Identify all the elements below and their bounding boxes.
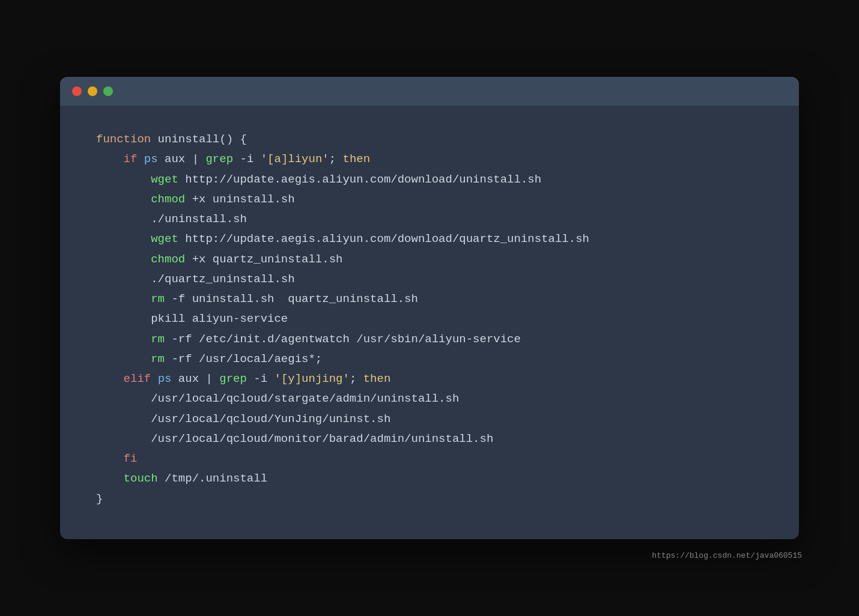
url-text: https://blog.csdn.net/java060515 [652, 551, 802, 560]
code-line-15: /usr/local/qcloud/YunJing/uninst.sh [96, 409, 763, 429]
title-bar [60, 77, 799, 106]
dot-yellow[interactable] [88, 86, 97, 96]
keyword-rm-3: rm [151, 352, 165, 366]
keyword-chmod-2: chmod [151, 253, 185, 266]
code-line-1: function uninstall() { [96, 130, 763, 149]
keyword-ps-2: ps [158, 372, 172, 385]
keyword-rm-1: rm [151, 292, 165, 306]
code-line-7: chmod +x quartz_uninstall.sh [96, 250, 763, 270]
code-line-8: ./quartz_uninstall.sh [96, 270, 763, 289]
keyword-rm-2: rm [151, 333, 165, 346]
code-line-13: elif ps aux | grep -i '[y]unjing'; then [96, 369, 763, 389]
dot-green[interactable] [103, 86, 113, 96]
url-bar: https://blog.csdn.net/java060515 [652, 551, 802, 560]
dot-red[interactable] [72, 86, 82, 96]
string-aliyun: '[a]liyun' [261, 152, 329, 166]
keyword-ps: ps [144, 152, 158, 166]
code-line-16: /usr/local/qcloud/monitor/barad/admin/un… [96, 429, 763, 449]
code-line-11: rm -rf /etc/init.d/agentwatch /usr/sbin/… [96, 330, 763, 349]
keyword-grep-2: grep [219, 372, 247, 385]
keyword-elif: elif [124, 372, 151, 385]
keyword-then-1: then [343, 152, 371, 166]
code-line-10: pkill aliyun-service [96, 309, 763, 329]
keyword-if: if [124, 152, 138, 166]
keyword-then-2: then [363, 372, 391, 385]
code-line-3: wget http://update.aegis.aliyun.com/down… [96, 170, 763, 190]
keyword-chmod-1: chmod [151, 193, 185, 206]
keyword-touch: touch [124, 472, 158, 485]
code-line-6: wget http://update.aegis.aliyun.com/down… [96, 229, 763, 249]
keyword-fi: fi [124, 452, 138, 465]
code-line-2: if ps aux | grep -i '[a]liyun'; then [96, 149, 763, 169]
code-line-18: touch /tmp/.uninstall [96, 469, 763, 489]
code-line-14: /usr/local/qcloud/stargate/admin/uninsta… [96, 389, 763, 409]
code-line-9: rm -f uninstall.sh quartz_uninstall.sh [96, 289, 763, 309]
code-line-4: chmod +x uninstall.sh [96, 190, 763, 210]
code-line-5: ./uninstall.sh [96, 210, 763, 229]
keyword-grep: grep [205, 152, 233, 166]
terminal-window: function uninstall() { if ps aux | grep … [60, 77, 799, 539]
keyword-function: function [96, 133, 151, 146]
string-yunjing: '[y]unjing' [274, 372, 349, 385]
keyword-wget-2: wget [151, 232, 178, 246]
code-line-12: rm -rf /usr/local/aegis*; [96, 349, 763, 369]
code-line-19: } [96, 489, 763, 509]
window-wrapper: function uninstall() { if ps aux | grep … [45, 50, 814, 566]
keyword-wget-1: wget [151, 173, 178, 186]
code-area: function uninstall() { if ps aux | grep … [60, 106, 799, 539]
code-line-17: fi [96, 449, 763, 469]
